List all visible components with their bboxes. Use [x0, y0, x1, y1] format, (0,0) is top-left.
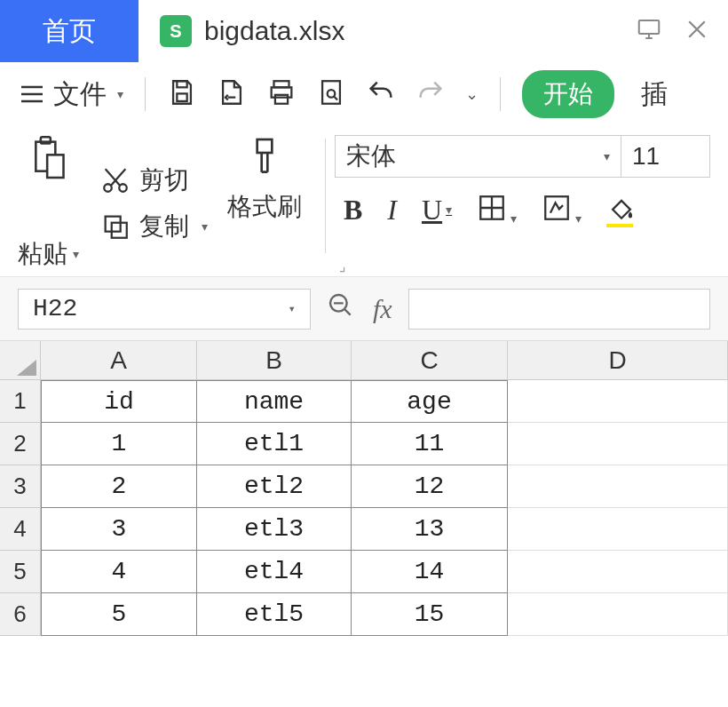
cell[interactable]: etl2 — [197, 465, 352, 508]
cell[interactable] — [508, 551, 728, 593]
fx-label[interactable]: fx — [373, 294, 392, 324]
redo-icon[interactable] — [415, 77, 446, 111]
copy-button[interactable]: 复制 ▾ — [100, 210, 208, 243]
row-header[interactable]: 5 — [0, 551, 41, 593]
ribbon-tab-start[interactable]: 开始 — [522, 70, 614, 118]
underline-button[interactable]: U▾ — [422, 194, 452, 226]
tab-document[interactable]: S bigdata.xlsx — [138, 0, 366, 62]
cell[interactable]: 2 — [41, 465, 197, 508]
save-icon[interactable] — [167, 77, 197, 111]
cell[interactable] — [508, 380, 728, 423]
svg-rect-0 — [639, 20, 660, 34]
cell-reference-value: H22 — [33, 295, 77, 322]
cell[interactable] — [508, 508, 728, 551]
cell[interactable]: id — [41, 380, 197, 423]
ribbon-separator — [325, 139, 326, 253]
svg-rect-10 — [47, 155, 63, 178]
group-launcher-icon[interactable]: ⌟ — [339, 258, 346, 274]
print-icon[interactable] — [266, 77, 297, 111]
close-icon[interactable] — [684, 16, 710, 46]
file-menu[interactable]: 文件 ▾ — [18, 76, 123, 113]
more-icon[interactable]: ⌄ — [465, 84, 479, 104]
formula-input[interactable] — [408, 289, 710, 330]
svg-rect-9 — [40, 137, 50, 143]
row-header[interactable]: 4 — [0, 508, 41, 551]
cell[interactable]: 3 — [41, 508, 197, 551]
borders-button[interactable]: ▾ — [477, 193, 517, 226]
font-name-value: 宋体 — [346, 139, 396, 173]
svg-rect-13 — [106, 216, 121, 231]
title-bar: 首页 S bigdata.xlsx — [0, 0, 728, 62]
font-name-select[interactable]: 宋体 ▾ — [335, 135, 621, 178]
row-header[interactable]: 1 — [0, 380, 41, 423]
cell[interactable]: 15 — [352, 593, 508, 636]
cell[interactable] — [508, 423, 728, 465]
cell-reference-box[interactable]: H22 ▾ — [18, 289, 311, 330]
print-preview-icon[interactable] — [316, 77, 346, 111]
cut-button[interactable]: 剪切 — [100, 163, 208, 197]
menu-separator — [145, 77, 146, 111]
cell[interactable] — [508, 593, 728, 636]
cell[interactable]: 14 — [352, 551, 508, 593]
column-header[interactable]: B — [197, 341, 352, 380]
svg-rect-5 — [275, 95, 288, 104]
svg-rect-17 — [545, 196, 568, 219]
cell[interactable]: etl1 — [197, 423, 352, 465]
spreadsheet-grid: A B C D 1 id name age 2 1 etl1 11 3 2 et… — [0, 341, 728, 636]
svg-rect-1 — [177, 81, 186, 87]
svg-rect-2 — [177, 93, 186, 101]
select-all-corner[interactable] — [0, 341, 41, 380]
monitor-icon[interactable] — [636, 16, 662, 46]
svg-rect-15 — [257, 139, 273, 153]
tab-home[interactable]: 首页 — [0, 0, 138, 62]
cell[interactable]: 1 — [41, 423, 197, 465]
column-header[interactable]: A — [41, 341, 197, 380]
svg-rect-14 — [112, 222, 127, 237]
column-header[interactable]: C — [352, 341, 508, 380]
formula-bar: H22 ▾ fx — [0, 277, 728, 341]
spreadsheet-app-icon: S — [160, 15, 192, 47]
paste-label: 粘贴 — [18, 237, 67, 271]
row-header[interactable]: 3 — [0, 465, 41, 508]
zoom-out-icon[interactable] — [327, 291, 355, 326]
row-header[interactable]: 2 — [0, 423, 41, 465]
menu-bar: 文件 ▾ ⌄ 开始 插 — [0, 62, 728, 126]
font-size-select[interactable]: 11 — [621, 135, 710, 178]
cut-label: 剪切 — [139, 163, 189, 197]
font-size-value: 11 — [632, 142, 660, 171]
cell[interactable]: 4 — [41, 551, 197, 593]
copy-label: 复制 — [139, 210, 189, 243]
format-painter-label: 格式刷 — [227, 190, 302, 224]
svg-rect-6 — [322, 81, 340, 104]
cell-style-button[interactable]: ▾ — [542, 193, 582, 226]
row-header[interactable]: 6 — [0, 593, 41, 636]
cell[interactable]: etl5 — [197, 593, 352, 636]
paste-button[interactable] — [18, 135, 79, 181]
cell[interactable] — [508, 465, 728, 508]
cell[interactable]: etl3 — [197, 508, 352, 551]
ribbon: 粘贴 ▾ 剪切 复制 ▾ 格式刷 宋体 ▾ 11 B — [0, 126, 728, 277]
cell[interactable]: age — [352, 380, 508, 423]
italic-button[interactable]: I — [387, 194, 397, 226]
cell[interactable]: name — [197, 380, 352, 423]
fill-color-button[interactable] — [606, 192, 637, 227]
cell[interactable]: 5 — [41, 593, 197, 636]
bold-button[interactable]: B — [344, 194, 362, 226]
document-filename: bigdata.xlsx — [204, 16, 344, 46]
cell[interactable]: 13 — [352, 508, 508, 551]
format-painter-button[interactable]: 格式刷 — [208, 135, 321, 271]
svg-point-11 — [104, 184, 112, 192]
menu-separator — [500, 77, 501, 111]
svg-point-12 — [119, 184, 127, 192]
cell[interactable]: 12 — [352, 465, 508, 508]
ribbon-tab-insert[interactable]: 插 — [641, 76, 668, 113]
undo-icon[interactable] — [366, 77, 396, 111]
svg-point-7 — [328, 90, 336, 98]
column-header[interactable]: D — [508, 341, 728, 380]
cell[interactable]: 11 — [352, 423, 508, 465]
cell[interactable]: etl4 — [197, 551, 352, 593]
save-as-icon[interactable] — [217, 77, 247, 111]
file-menu-label: 文件 — [53, 76, 107, 113]
